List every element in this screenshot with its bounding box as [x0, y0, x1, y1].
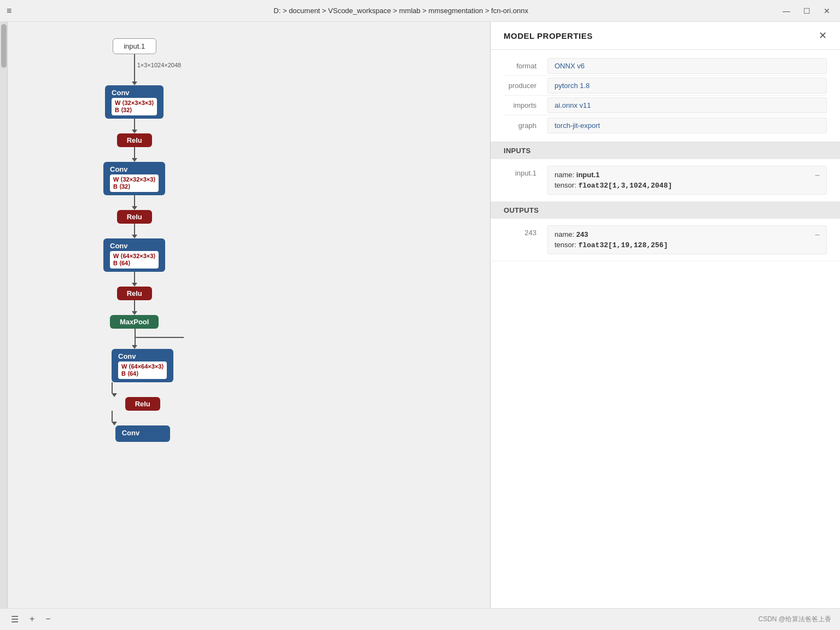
watermark: CSDN @给算法爸爸上香 — [758, 615, 831, 624]
input-name-prefix: name: — [555, 171, 574, 179]
node-conv3[interactable]: Conv W ⟨64×32×3×3⟩ B ⟨64⟩ — [103, 238, 165, 272]
input-content[interactable]: name: input.1 tensor: float32[1,3,1024,2… — [547, 166, 827, 195]
input-tensor-value: float32[1,3,1024,2048] — [578, 182, 672, 190]
output-id-label: 243 — [504, 225, 547, 237]
output-tensor-row: tensor: float32[1,19,128,256] — [555, 241, 820, 249]
panel-title: MODEL PROPERTIES — [504, 31, 593, 40]
conv3-detail: W ⟨64×32×3×3⟩ B ⟨64⟩ — [110, 251, 159, 269]
conv1-detail: W ⟨32×3×3×3⟩ B ⟨32⟩ — [112, 98, 157, 115]
scrollbar-thumb[interactable] — [1, 24, 7, 68]
title-bar: ≡ D: > document > VScode_workspace > mml… — [0, 0, 840, 22]
conv3-bias: B ⟨64⟩ — [113, 260, 130, 266]
conv2-detail: W ⟨32×32×3×3⟩ B ⟨32⟩ — [110, 174, 159, 192]
node-relu1[interactable]: Relu — [117, 133, 152, 147]
output-tensor-value: float32[1,19,128,256] — [578, 241, 668, 249]
main-content: input.1 1×3×1024×2048 Conv W ⟨32×3×3×3⟩ … — [0, 22, 840, 608]
producer-row: producer pytorch 1.8 — [504, 76, 827, 96]
node-input1[interactable]: input.1 — [113, 38, 156, 54]
node-relu3[interactable]: Relu — [117, 287, 152, 300]
producer-label: producer — [504, 81, 547, 90]
conv3-weight: W ⟨64×32×3×3⟩ — [113, 253, 155, 259]
input-name-row: name: input.1 — [555, 171, 820, 179]
output-name-prefix: name: — [555, 230, 574, 238]
title-path: D: > document > VScode_workspace > mmlab… — [22, 7, 779, 15]
conv4-bias: B ⟨64⟩ — [121, 370, 138, 377]
zoom-out-button[interactable]: − — [43, 613, 52, 626]
graph-container: input.1 1×3×1024×2048 Conv W ⟨32×3×3×3⟩ … — [8, 22, 490, 608]
node-relu2[interactable]: Relu — [117, 210, 152, 224]
output-entry: 243 name: 243 tensor: float32[1,19,128,2… — [491, 219, 840, 261]
list-button[interactable]: ☰ — [9, 613, 21, 626]
conv4-weight: W ⟨64×64×3×3⟩ — [121, 363, 164, 370]
properties-panel: MODEL PROPERTIES ✕ format ONNX v6 produc… — [490, 22, 840, 608]
node-conv2[interactable]: Conv W ⟨32×32×3×3⟩ B ⟨32⟩ — [103, 162, 165, 195]
node-conv1[interactable]: Conv W ⟨32×3×3×3⟩ B ⟨32⟩ — [105, 85, 164, 119]
output-tensor-prefix: tensor: — [555, 241, 576, 249]
conv5-title: Conv — [122, 429, 164, 437]
format-row: format ONNX v6 — [504, 56, 827, 76]
panel-close-button[interactable]: ✕ — [819, 31, 827, 40]
imports-row: imports ai.onnx v11 — [504, 96, 827, 115]
input-expand-icon[interactable]: − — [815, 171, 820, 180]
graph-row: graph torch-jit-export — [504, 115, 827, 135]
input-entry: input.1 name: input.1 tensor: float32[1,… — [491, 159, 840, 202]
graph-scrollbar[interactable] — [0, 22, 8, 608]
maximize-button[interactable]: ☐ — [800, 5, 814, 16]
format-value[interactable]: ONNX v6 — [547, 58, 827, 74]
panel-header: MODEL PROPERTIES ✕ — [491, 22, 840, 50]
conv3-title: Conv — [110, 242, 159, 250]
conv2-title: Conv — [110, 165, 159, 173]
bottom-bar: ☰ + − CSDN @给算法爸爸上香 — [0, 608, 840, 630]
conv1-bias: B ⟨32⟩ — [115, 107, 132, 113]
imports-label: imports — [504, 101, 547, 109]
node-maxpool[interactable]: MaxPool — [110, 315, 159, 329]
node-conv5[interactable]: Conv — [115, 425, 170, 442]
input-tensor-row: tensor: float32[1,3,1024,2048] — [555, 181, 820, 190]
minimize-button[interactable]: — — [779, 5, 794, 16]
dim-label: 1×3×1024×2048 — [137, 62, 181, 68]
output-name-value: 243 — [576, 230, 588, 238]
graph-value[interactable]: torch-jit-export — [547, 118, 827, 133]
zoom-in-button[interactable]: + — [27, 613, 37, 626]
conv4-title: Conv — [118, 352, 167, 360]
producer-value[interactable]: pytorch 1.8 — [547, 78, 827, 94]
outputs-header: OUTPUTS — [491, 202, 840, 219]
output-name-row: name: 243 — [555, 230, 820, 238]
conv1-weight: W ⟨32×3×3×3⟩ — [115, 100, 154, 106]
format-label: format — [504, 62, 547, 70]
conv2-weight: W ⟨32×32×3×3⟩ — [113, 176, 155, 183]
conv1-title: Conv — [112, 89, 157, 97]
imports-value[interactable]: ai.onnx v11 — [547, 97, 827, 113]
graph-label: graph — [504, 121, 547, 130]
window-controls: — ☐ ✕ — [779, 5, 833, 16]
output-content[interactable]: name: 243 tensor: float32[1,19,128,256] … — [547, 225, 827, 254]
properties-table: format ONNX v6 producer pytorch 1.8 impo… — [491, 50, 840, 142]
conv2-bias: B ⟨32⟩ — [113, 183, 130, 190]
graph-area: input.1 1×3×1024×2048 Conv W ⟨32×3×3×3⟩ … — [8, 22, 490, 608]
input-tensor-prefix: tensor: — [555, 181, 576, 189]
inputs-header: INPUTS — [491, 142, 840, 159]
node-relu4[interactable]: Relu — [125, 397, 160, 411]
node-conv4[interactable]: Conv W ⟨64×64×3×3⟩ B ⟨64⟩ — [112, 349, 173, 382]
conv4-detail: W ⟨64×64×3×3⟩ B ⟨64⟩ — [118, 361, 167, 379]
input-id-label: input.1 — [504, 166, 547, 177]
output-expand-icon[interactable]: − — [815, 230, 820, 240]
close-button[interactable]: ✕ — [820, 5, 833, 16]
menu-icon[interactable]: ≡ — [7, 6, 11, 16]
bottom-bar-left: ☰ + − — [9, 613, 53, 626]
input-name-value: input.1 — [576, 171, 600, 179]
